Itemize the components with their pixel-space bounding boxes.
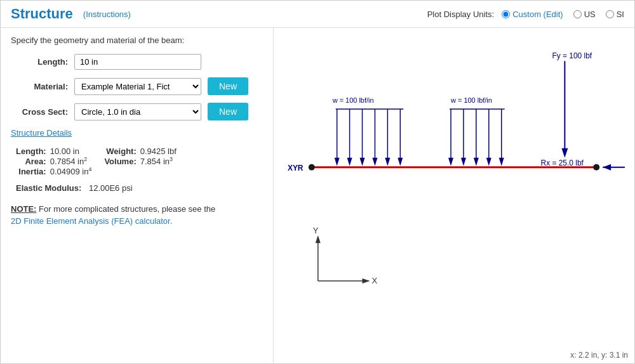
arrowhead11	[499, 158, 504, 166]
radio-custom-label: Custom (Edit)	[512, 10, 563, 19]
arrowhead8	[461, 158, 466, 166]
fea-link[interactable]: 2D Finite Element Analysis (FEA) calcula…	[11, 216, 172, 226]
y-axis-label: Y	[313, 226, 319, 235]
elastic-label: Elastic Modulus:	[16, 183, 81, 193]
fy-label: Fy = 100 lbf	[552, 51, 592, 60]
detail-length-value: 10.00 in	[50, 146, 92, 156]
radio-us-label: US	[584, 10, 596, 19]
edit-link[interactable]: (Edit)	[544, 10, 563, 19]
material-row: Material: Example Material 1, Fict New	[11, 77, 263, 95]
y-axis-head	[316, 235, 321, 243]
x-axis-label: X	[371, 276, 377, 285]
rx-label: Rx = 25.0 lbf	[541, 159, 584, 167]
x-axis-head	[363, 278, 370, 283]
plot-units-label: Plot Display Units:	[427, 10, 494, 19]
structure-details-link[interactable]: Structure Details	[11, 128, 72, 138]
radio-si-input[interactable]	[606, 10, 614, 18]
detail-volume-value: 7.854 in3	[140, 156, 177, 166]
arrowhead3	[360, 158, 365, 166]
right-panel: Fy = 100 lbf XYR w = 100 lbf/in	[274, 28, 634, 363]
right-support	[593, 164, 599, 171]
length-input[interactable]	[74, 54, 201, 70]
section-description: Specify the geometry and material of the…	[11, 36, 263, 45]
cross-sect-label: Cross Sect:	[11, 107, 68, 117]
detail-area-value: 0.7854 in2	[50, 156, 92, 166]
detail-inertia-label: Inertia:	[16, 166, 50, 176]
elastic-value: 12.00E6 psi	[89, 183, 133, 193]
content-area: Specify the geometry and material of the…	[1, 28, 634, 363]
page-title: Structure	[11, 6, 73, 22]
beam-diagram: Fy = 100 lbf XYR w = 100 lbf/in	[274, 28, 634, 363]
cross-sect-row: Cross Sect: Circle, 1.0 in dia New	[11, 103, 263, 120]
w1-label: w = 100 lbf/in	[332, 96, 374, 104]
note-label: NOTE:	[11, 204, 36, 214]
detail-volume-label: Volume:	[91, 156, 140, 166]
w2-label: w = 100 lbf/in	[450, 96, 492, 104]
detail-length-label: Length:	[16, 146, 50, 156]
coords-label: x: 2.2 in, y: 3.1 in	[570, 351, 628, 360]
arrowhead5	[385, 158, 390, 166]
cross-sect-select[interactable]: Circle, 1.0 in dia	[74, 103, 201, 120]
arrowhead1	[335, 158, 340, 166]
instructions-link[interactable]: (Instructions)	[83, 10, 131, 19]
details-area-row: Area: 0.7854 in2 Volume: 7.854 in3	[16, 156, 177, 166]
top-bar: Structure (Instructions) Plot Display Un…	[1, 1, 634, 28]
material-label: Material:	[11, 82, 68, 91]
radio-si[interactable]: SI	[606, 10, 624, 19]
arrowhead2	[347, 158, 352, 166]
arrowhead10	[486, 158, 491, 166]
material-select[interactable]: Example Material 1, Fict	[74, 78, 201, 95]
arrowhead7	[448, 158, 453, 166]
main-container: Structure (Instructions) Plot Display Un…	[0, 0, 635, 364]
radio-custom[interactable]: Custom (Edit)	[502, 10, 563, 19]
arrowhead6	[398, 158, 403, 166]
radio-us[interactable]: US	[573, 10, 596, 19]
detail-weight-value: 0.9425 lbf	[140, 146, 177, 156]
detail-inertia-value: 0.04909 in4	[50, 166, 92, 176]
length-label: Length:	[11, 57, 68, 67]
details-length-row: Length: 10.00 in Weight: 0.9425 lbf	[16, 146, 177, 156]
note-text: For more complicated structures, please …	[39, 204, 215, 214]
arrowhead4	[372, 158, 377, 166]
fy-arrow-head	[561, 148, 568, 158]
radio-custom-input[interactable]	[502, 10, 510, 18]
note-section: NOTE: For more complicated structures, p…	[11, 203, 263, 228]
detail-area-label: Area:	[16, 156, 50, 166]
rx-arrowhead	[603, 164, 611, 171]
details-inertia-row: Inertia: 0.04909 in4	[16, 166, 177, 176]
xyr-label: XYR	[288, 164, 304, 172]
elastic-row: Elastic Modulus: 12.00E6 psi	[11, 183, 263, 193]
radio-si-label: SI	[617, 10, 624, 19]
units-radio-group: Custom (Edit) US SI	[502, 10, 624, 19]
length-row: Length:	[11, 54, 263, 70]
radio-us-input[interactable]	[573, 10, 582, 18]
arrowhead9	[474, 158, 479, 166]
material-new-button[interactable]: New	[208, 77, 248, 95]
detail-weight-label: Weight:	[91, 146, 140, 156]
left-panel: Specify the geometry and material of the…	[1, 28, 274, 363]
cross-sect-new-button[interactable]: New	[208, 103, 248, 120]
left-support	[309, 164, 315, 171]
